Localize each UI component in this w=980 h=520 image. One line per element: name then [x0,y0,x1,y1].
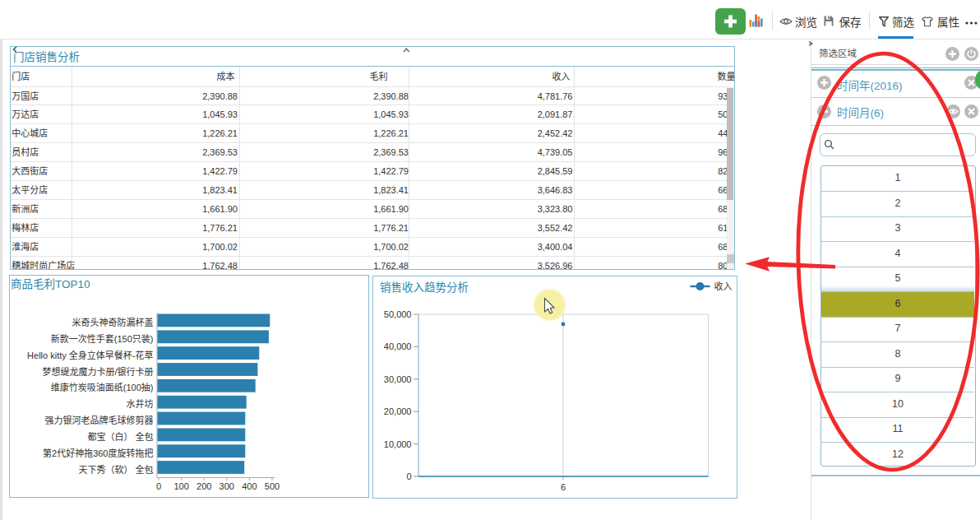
svg-text:0: 0 [155,479,160,492]
svg-text:50,000: 50,000 [383,306,411,319]
svg-text:梦想缇龙魔力卡册/银行卡册: 梦想缇龙魔力卡册/银行卡册 [42,364,153,378]
svg-text:300: 300 [219,479,233,492]
svg-text:30,000: 30,000 [383,371,411,384]
svg-text:第2代好神拖360度旋转拖把: 第2代好神拖360度旋转拖把 [43,446,153,459]
svg-text:6: 6 [560,480,565,493]
svg-text:40,000: 40,000 [383,339,411,352]
svg-text:天下秀（软） 全包: 天下秀（软） 全包 [78,462,153,476]
svg-text:20,000: 20,000 [383,404,411,417]
svg-text:都宝（白） 全包: 都宝（白） 全包 [87,429,153,443]
svg-text:100: 100 [173,479,188,492]
svg-text:收入: 收入 [714,278,732,291]
svg-text:500: 500 [264,479,279,492]
svg-text:强力银河老品牌毛球修剪器: 强力银河老品牌毛球修剪器 [44,413,153,426]
svg-text:400: 400 [242,479,257,492]
svg-text:10,000: 10,000 [383,436,411,449]
svg-text:Hello kitty 全身立体早餐杯-花草: Hello kitty 全身立体早餐杯-花草 [27,348,153,361]
svg-text:0: 0 [406,468,411,481]
svg-text:200: 200 [196,479,211,492]
svg-text:新款一次性手套(150只装): 新款一次性手套(150只装) [50,332,153,345]
svg-text:维康竹炭吸油面纸(100抽): 维康竹炭吸油面纸(100抽) [50,380,153,393]
svg-text:米奇头神奇防漏杯盖: 米奇头神奇防漏杯盖 [72,315,153,328]
svg-text:水井坊: 水井坊 [126,397,153,410]
